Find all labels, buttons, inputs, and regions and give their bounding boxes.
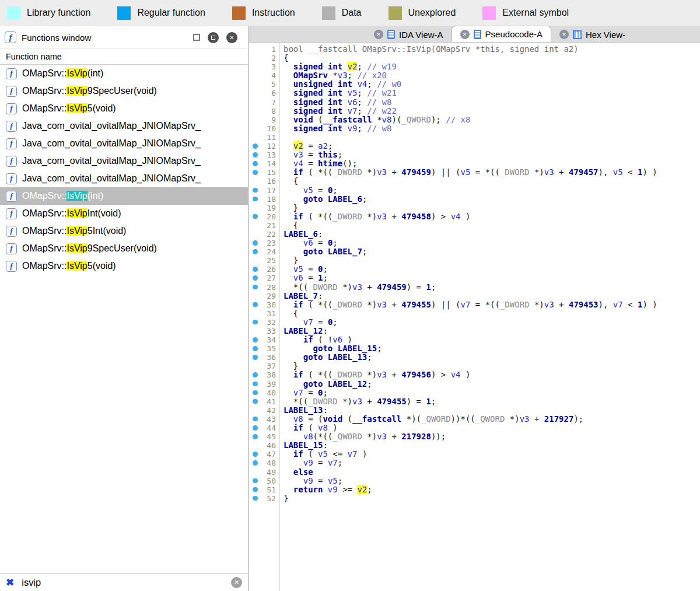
function-list-item[interactable]: OMapSrv::IsVip5(void) [0,257,248,275]
clear-filter-icon[interactable] [231,577,242,588]
code-line[interactable]: 19 } [249,204,700,212]
code-text: LABEL_6: [278,230,323,239]
function-list-item[interactable]: Java_com_ovital_ovitalMap_JNIOMapSrv_ [0,135,248,152]
tab-close-icon[interactable] [460,30,470,39]
function-list-item[interactable]: OMapSrv::IsVip5Int(void) [0,222,248,240]
function-name-prefix: OMapSrv:: [22,103,66,113]
tab-hex-view[interactable]: Hex View- [551,27,634,42]
code-line[interactable]: 23 v6 = 0; [249,239,700,247]
close-icon[interactable] [226,32,237,43]
code-line[interactable]: 3 signed int v2; // w19 [249,62,700,71]
code-line[interactable]: 32 v7 = 0; [249,318,700,327]
code-token: signed int [284,88,348,97]
code-token: *) [362,370,377,379]
code-line[interactable]: 39 goto LABEL_12; [249,380,700,389]
code-line[interactable]: 27 v6 = 1; [249,274,700,282]
line-number: 31 [249,309,278,318]
filter-input[interactable]: isvip [22,577,223,588]
function-name: OMapSrv::IsVip9SpecUser(void) [22,86,157,96]
code-line[interactable]: 44 if ( v8 ) [249,424,700,432]
code-line[interactable]: 25 } [249,256,700,265]
code-line[interactable]: 36 goto LABEL_13; [249,353,700,362]
code-line[interactable]: 8 signed int v7; // w22 [249,107,700,116]
code-token: *) [505,414,519,424]
code-line[interactable]: 47 if ( v5 <= v7 ) [249,450,700,459]
code-line[interactable]: 10 signed int v9; // w8 [249,124,700,133]
code-line[interactable]: 9 void (__fastcall *v8)(_QWORD); // x8 [249,116,700,124]
code-line[interactable]: 22LABEL_6: [249,230,700,239]
code-token: _DWORD [332,300,362,309]
code-line[interactable]: 7 signed int v6; // w8 [249,98,700,107]
code-line[interactable]: 42LABEL_13: [249,406,700,415]
code-line[interactable]: 43 v8 = (void (__fastcall *)(_QWORD))*((… [249,415,700,424]
code-line[interactable]: 14 v4 = htime(); [249,159,700,168]
code-line[interactable]: 24 goto LABEL_7; [249,247,700,256]
code-line[interactable]: 13 v3 = this; [249,151,700,159]
code-line[interactable]: 41 *((_DWORD *)v3 + 479455) = 1; [249,397,700,406]
maximize-icon[interactable] [208,32,219,43]
code-token: ; [357,106,367,116]
code-line[interactable]: 48 v9 = v7; [249,459,700,467]
code-line[interactable]: 52} [249,494,700,503]
code-token [284,414,293,424]
code-text: if ( *((_DWORD *)v3 + 479459) || (v5 = *… [278,168,657,177]
code-line[interactable]: 46LABEL_15: [249,441,700,450]
code-line[interactable]: 30 if ( *((_DWORD *)v3 + 479455) || (v7 … [249,300,700,309]
code-token: { [284,221,298,230]
code-line[interactable]: 40 v7 = 0; [249,389,700,397]
tab-ida-view-a[interactable]: IDA View-A [366,27,452,42]
tab-pseudocode-a[interactable]: Pseudocode-A [452,26,551,42]
code-token [284,432,303,441]
code-line[interactable]: 28 *((_DWORD *)v3 + 479459) = 1; [249,283,700,292]
code-line[interactable]: 34 if ( !v6 ) [249,335,700,344]
code-line[interactable]: 35 goto LABEL_15; [249,344,700,353]
code-line[interactable]: 11 [249,133,700,142]
code-line[interactable]: 17 v5 = 0; [249,186,700,195]
code-token [284,458,303,467]
code-line[interactable]: 5 unsigned int v4; // w0 [249,80,700,89]
function-list-item[interactable]: OMapSrv::IsVip5(void) [0,100,248,117]
function-list-item[interactable]: OMapSrv::IsVip(int) [0,65,248,82]
code-gutter: 32 [249,318,278,327]
code-line[interactable]: 1bool __fastcall OMapSrv::IsVip(OMapSrv … [249,45,700,54]
code-line[interactable]: 2{ [249,54,700,62]
function-list-item[interactable]: OMapSrv::IsVip(int) [0,187,248,205]
function-list-item[interactable]: OMapSrv::IsVipInt(void) [0,205,248,222]
code-line[interactable]: 37 } [249,362,700,370]
code-line[interactable]: 45 v8(*((_QWORD *)v3 + 217928)); [249,432,700,441]
tab-close-icon[interactable] [374,30,383,39]
code-text: if ( *((_DWORD *)v3 + 479455) || (v7 = *… [278,300,657,309]
code-line[interactable]: 20 if ( *((_DWORD *)v3 + 479458) > v4 ) [249,212,700,221]
code-line[interactable]: 16 { [249,177,700,186]
function-list-item[interactable]: OMapSrv::IsVip9SpecUser(void) [0,240,248,257]
function-list-item[interactable]: OMapSrv::IsVip9SpecUser(void) [0,82,248,100]
code-line[interactable]: 15 if ( *((_DWORD *)v3 + 479459) || (v5 … [249,168,700,177]
tab-label: Pseudocode-A [485,29,542,39]
code-gutter: 47 [249,450,278,459]
function-list-item[interactable]: Java_com_ovital_ovitalMap_JNIOMapSrv_ [0,170,248,187]
code-line[interactable]: 26 v5 = 0; [249,265,700,274]
code-token: v5 [318,449,328,459]
function-name: OMapSrv::IsVip(int) [22,191,103,201]
code-gutter: 38 [249,370,278,379]
code-line[interactable]: 18 goto LABEL_6; [249,195,700,204]
code-gutter: 36 [249,353,278,362]
restore-icon[interactable] [193,34,200,41]
code-line[interactable]: 4 OMapSrv *v3; // x20 [249,71,700,80]
code-text: void (__fastcall *v8)(_QWORD); // x8 [278,116,470,124]
code-line[interactable]: 49 else [249,468,700,477]
code-line[interactable]: 21 { [249,221,700,230]
function-list-item[interactable]: Java_com_ovital_ovitalMap_JNIOMapSrv_ [0,117,248,135]
code-line[interactable]: 29LABEL_7: [249,292,700,300]
code-line[interactable]: 51 return v9 >= v2; [249,485,700,494]
function-list-item[interactable]: Java_com_ovital_ovitalMap_JNIOMapSrv_ [0,152,248,170]
code-line[interactable]: 33LABEL_12: [249,327,700,335]
function-name-column-header[interactable]: Function name [0,48,248,65]
code-line[interactable]: 50 v9 = v5; [249,477,700,485]
code-line[interactable]: 6 signed int v5; // w21 [249,89,700,97]
code-line[interactable]: 31 { [249,309,700,318]
code-line[interactable]: 12 v2 = a2; [249,142,700,151]
tab-close-icon[interactable] [559,30,569,39]
code-token: : [318,291,323,300]
code-line[interactable]: 38 if ( *((_DWORD *)v3 + 479456) > v4 ) [249,370,700,379]
